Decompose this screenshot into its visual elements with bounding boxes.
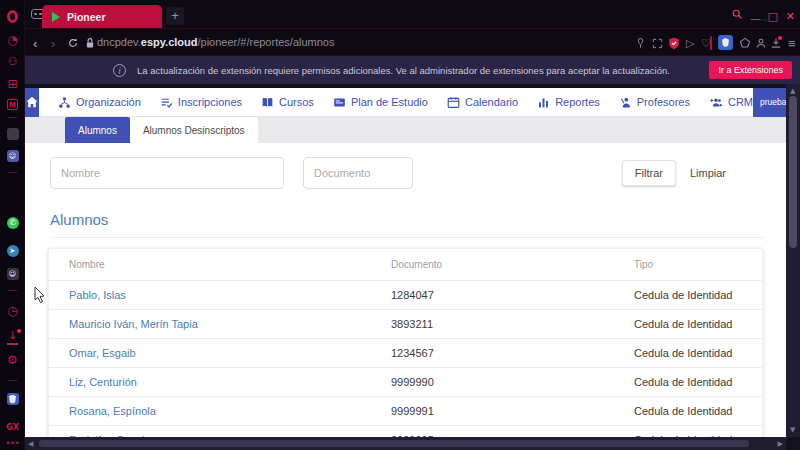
menu-hamburger-icon[interactable]: ≡	[788, 29, 796, 57]
user-account-button[interactable]: prueba08test@gmail.com	[753, 88, 786, 117]
cell-tipo: Cedula de Identidad	[634, 376, 762, 388]
scroll-down-icon[interactable]: ▼	[790, 426, 795, 434]
nav-item-calendario[interactable]: Calendario	[447, 96, 518, 109]
sidebar-divider	[8, 380, 17, 381]
gx-logo: GX	[0, 422, 25, 434]
report-content: Filtrar Limpiar Alumnos Nombre Documento…	[25, 143, 786, 437]
snapshot-icon[interactable]	[652, 29, 663, 57]
download-tray-icon[interactable]	[770, 29, 782, 57]
scroll-right-icon[interactable]: ▶	[778, 440, 783, 448]
lock-icon[interactable]	[85, 29, 95, 57]
cell-tipo: Cedula de Identidad	[634, 347, 762, 359]
tab-alumnos[interactable]: Alumnos	[65, 117, 130, 143]
horizontal-scrollbar[interactable]: ◀ ▶	[25, 437, 786, 450]
nombre-input[interactable]	[50, 157, 284, 189]
person-plus-icon	[709, 96, 723, 109]
extension-badge-icon[interactable]	[718, 35, 733, 50]
tab-title: Pioneer	[67, 11, 106, 23]
table-row[interactable]: Rosana, Espínola 9999991 Cedula de Ident…	[49, 396, 762, 425]
maximize-button[interactable]: □	[768, 10, 778, 23]
table-row[interactable]: Mauricio Iván, Merín Tapia 3893211 Cedul…	[49, 309, 762, 338]
whatsapp-icon[interactable]: ✆	[0, 216, 25, 229]
history-clock-icon[interactable]: ◷	[0, 305, 25, 317]
minimize-button[interactable]: —	[750, 12, 761, 25]
documento-input[interactable]	[303, 157, 413, 189]
page-area: Organización Inscripciones Cursos Plan d…	[25, 84, 800, 450]
home-icon	[25, 95, 39, 109]
cell-tipo: Cedula de Identidad	[634, 318, 762, 330]
table-row[interactable]: Liz, Centurión 9999990 Cedula de Identid…	[49, 367, 762, 396]
cell-nombre[interactable]: Mauricio Iván, Merín Tapia	[69, 318, 391, 330]
nav-item-plan-de-estudio[interactable]: Plan de Estudio	[333, 96, 428, 109]
book-icon	[261, 96, 274, 109]
limpiar-button[interactable]: Limpiar	[690, 167, 726, 179]
forward-icon[interactable]: ›	[51, 29, 55, 57]
cell-documento: 9999990	[391, 376, 634, 388]
alumnos-table: Nombre Documento Tipo Pablo, Islas 12840…	[48, 248, 763, 437]
nav-item-reportes[interactable]: Reportes	[537, 96, 600, 109]
notification-message: La actualización de extensión requiere p…	[137, 65, 685, 76]
cell-nombre[interactable]: Omar, Esgaib	[69, 347, 391, 359]
new-tab-button[interactable]: +	[166, 7, 184, 25]
nav-item-crm[interactable]: CRM	[709, 96, 753, 109]
browser-tab-pioneer[interactable]: Pioneer	[42, 5, 162, 28]
close-button[interactable]: ✕	[786, 10, 795, 23]
nav-item-inscripciones[interactable]: Inscripciones	[160, 96, 242, 109]
discord-messenger-icon[interactable]: ☺	[0, 267, 25, 280]
cell-nombre[interactable]: Liz, Centurión	[69, 376, 391, 388]
cell-nombre[interactable]: Pablo, Islas	[69, 289, 391, 301]
tab-alumnos-desinscriptos[interactable]: Alumnos Desinscriptos	[130, 117, 258, 143]
settings-gear-icon[interactable]: ⚙	[0, 354, 25, 366]
gx-sidebar: ◔ ⚇ ⊞ M ☺ ✆ ➤ ☺ ◷ ↓ ⚙ GX •••	[0, 0, 25, 450]
cell-nombre[interactable]: Rosana, Espínola	[69, 405, 391, 417]
search-tabs-icon[interactable]	[731, 8, 743, 23]
section-title: Alumnos	[50, 211, 763, 238]
header-documento: Documento	[391, 259, 634, 270]
table-row[interactable]: Rodolfo , Cazal 9999995 Cedula de Identi…	[49, 425, 762, 437]
teacher-icon	[619, 96, 632, 109]
scroll-up-icon[interactable]: ▲	[790, 87, 795, 95]
cell-documento: 3893211	[391, 318, 634, 330]
cell-tipo: Cedula de Identidad	[634, 289, 762, 301]
mods-icon[interactable]: M	[0, 98, 25, 110]
downloads-icon[interactable]: ↓	[0, 330, 25, 345]
telegram-icon[interactable]: ➤	[0, 244, 25, 257]
address-bar: ‹ › dncpdev.espy.cloud/pioneer/#/reporte…	[25, 28, 800, 56]
pin-icon[interactable]	[635, 29, 646, 57]
bar-chart-icon	[537, 96, 550, 109]
horizontal-scrollbar-thumb[interactable]	[39, 440, 749, 447]
gx-corner-speedometer-icon[interactable]: ◔	[0, 34, 25, 46]
discord-app-icon[interactable]: ☺	[0, 149, 25, 162]
table-row[interactable]: Pablo, Islas 1284047 Cedula de Identidad	[49, 280, 762, 309]
home-button[interactable]	[25, 88, 39, 117]
filtrar-button[interactable]: Filtrar	[622, 160, 676, 186]
nav-item-cursos[interactable]: Cursos	[261, 96, 314, 109]
sidebar-setup-pentagon-icon[interactable]	[739, 29, 751, 57]
reload-icon[interactable]	[67, 29, 79, 57]
sidebar-overflow-icon[interactable]: •••	[0, 438, 25, 450]
app-navbar: Organización Inscripciones Cursos Plan d…	[25, 88, 786, 117]
back-icon[interactable]: ‹	[33, 29, 37, 57]
report-tabs: Alumnos Alumnos Desinscriptos	[25, 117, 786, 143]
gx-robot-icon[interactable]: ⚇	[0, 56, 25, 68]
opera-logo-icon[interactable]	[0, 10, 25, 26]
vertical-scrollbar[interactable]: ▲ ▼	[786, 84, 800, 437]
vpn-play-icon[interactable]: ▷	[686, 29, 694, 57]
extension-shield-icon[interactable]	[0, 393, 25, 407]
hot-tabs-grid-icon[interactable]: ⊞	[0, 78, 25, 90]
nav-item-organizacion[interactable]: Organización	[58, 96, 141, 109]
url-text[interactable]: dncpdev.espy.cloud/pioneer/#/reportes/al…	[97, 29, 334, 56]
calendar-icon	[447, 96, 460, 109]
toolbar-separator	[710, 36, 712, 50]
profile-icon[interactable]	[755, 29, 767, 57]
nav-item-profesores[interactable]: Profesores	[619, 96, 690, 109]
table-row[interactable]: Omar, Esgaib 1234567 Cedula de Identidad	[49, 338, 762, 367]
opera-gx-window: ◔ ⚇ ⊞ M ☺ ✆ ➤ ☺ ◷ ↓ ⚙ GX ••• Pioneer + —	[0, 0, 800, 450]
browser-titlebar: Pioneer + — □ ✕	[25, 0, 800, 28]
scroll-left-icon[interactable]: ◀	[28, 440, 33, 448]
go-to-extensions-button[interactable]: Ir a Extensiones	[709, 61, 792, 79]
shield-adblock-icon[interactable]	[668, 29, 680, 57]
twitch-icon[interactable]	[0, 128, 25, 143]
vertical-scrollbar-thumb[interactable]	[789, 96, 797, 248]
webview: Organización Inscripciones Cursos Plan d…	[25, 88, 786, 437]
